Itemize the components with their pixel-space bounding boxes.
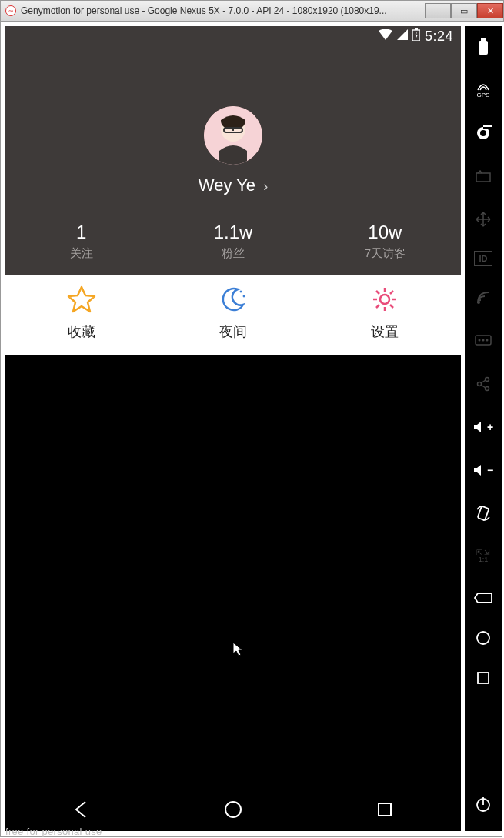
- window-maximize-button[interactable]: ▭: [451, 3, 477, 18]
- gear-icon: [369, 284, 400, 315]
- sidebar-battery-button[interactable]: [472, 35, 495, 58]
- stat-label: 粉丝: [157, 246, 309, 261]
- sidebar-camera-button[interactable]: [472, 122, 495, 145]
- svg-point-30: [478, 382, 482, 386]
- action-label: 设置: [309, 322, 461, 341]
- svg-point-6: [380, 295, 389, 304]
- stat-value: 1.1w: [157, 222, 309, 243]
- username-row[interactable]: Wey Ye ›: [5, 175, 461, 195]
- action-label: 夜间: [157, 322, 309, 341]
- sidebar-identifier-button[interactable]: ID: [474, 251, 492, 266]
- svg-point-15: [225, 802, 241, 817]
- svg-point-24: [477, 301, 480, 304]
- sidebar-volume-up-button[interactable]: +: [472, 416, 495, 439]
- svg-line-32: [481, 380, 486, 383]
- svg-point-27: [482, 339, 485, 342]
- svg-point-35: [477, 632, 489, 644]
- window-title: Genymotion for personal use - Google Nex…: [21, 5, 425, 16]
- svg-rect-1: [415, 28, 418, 30]
- android-statusbar: 5:24: [5, 26, 461, 46]
- profile-header: Wey Ye › 1 关注 1.1w 粉丝 10w 7天访客: [5, 46, 461, 275]
- svg-rect-16: [379, 803, 391, 816]
- sidebar-home-button[interactable]: [472, 628, 495, 648]
- stat-fans[interactable]: 1.1w 粉丝: [157, 222, 309, 261]
- battery-charging-icon: [412, 28, 420, 44]
- svg-point-31: [486, 387, 489, 391]
- actions-row: 收藏 夜间 设置: [5, 275, 461, 355]
- window-close-button[interactable]: ✕: [477, 3, 503, 18]
- stat-value: 10w: [309, 222, 461, 243]
- username-text: Wey Ye: [199, 175, 255, 195]
- wifi-icon: [379, 29, 392, 43]
- stat-label: 关注: [5, 246, 157, 261]
- svg-point-28: [486, 339, 489, 342]
- stat-visitors[interactable]: 10w 7天访客: [309, 222, 461, 261]
- gps-label: GPS: [477, 92, 490, 98]
- sidebar-sms-button[interactable]: [472, 329, 495, 352]
- watermark-text: free for personal use: [5, 826, 102, 837]
- nav-recents-button[interactable]: [354, 794, 416, 825]
- stat-label: 7天访客: [309, 246, 461, 261]
- svg-rect-18: [481, 38, 486, 41]
- status-time: 5:24: [425, 28, 453, 45]
- android-navbar: [5, 788, 461, 831]
- window-titlebar: ∞ Genymotion for personal use - Google N…: [0, 0, 504, 22]
- sidebar-recents-button[interactable]: [472, 668, 495, 688]
- svg-point-26: [479, 339, 481, 342]
- action-favorites[interactable]: 收藏: [5, 284, 157, 341]
- avatar[interactable]: [204, 106, 262, 165]
- svg-line-13: [390, 291, 393, 294]
- sidebar-move-button[interactable]: [472, 208, 495, 231]
- sidebar-gps-button[interactable]: GPS: [472, 78, 495, 102]
- svg-rect-34: [478, 506, 489, 520]
- star-icon: [66, 284, 97, 315]
- sidebar-volume-down-button[interactable]: −: [472, 459, 495, 482]
- sidebar-back-button[interactable]: [472, 588, 495, 608]
- svg-rect-17: [479, 41, 488, 55]
- svg-line-33: [481, 385, 486, 388]
- cursor-icon: [232, 642, 245, 660]
- nav-home-button[interactable]: [202, 794, 264, 825]
- app-logo-icon: ∞: [5, 5, 16, 16]
- svg-rect-22: [483, 125, 492, 127]
- sidebar-rotate-button[interactable]: [472, 502, 495, 525]
- svg-rect-36: [478, 673, 489, 683]
- stats-row: 1 关注 1.1w 粉丝 10w 7天访客: [5, 222, 461, 275]
- svg-point-29: [486, 378, 489, 382]
- stat-value: 1: [5, 222, 157, 243]
- device-screen: 5:24 Wey Ye › 1 关注 1.1w 粉丝 10: [5, 26, 461, 831]
- chevron-right-icon: ›: [263, 179, 268, 194]
- svg-line-11: [376, 291, 379, 294]
- svg-line-12: [390, 305, 393, 308]
- stat-following[interactable]: 1 关注: [5, 222, 157, 261]
- action-settings[interactable]: 设置: [309, 284, 461, 341]
- svg-point-20: [480, 130, 486, 136]
- sidebar-network-button[interactable]: [472, 286, 495, 309]
- sidebar-share-button[interactable]: [472, 372, 495, 396]
- action-night-mode[interactable]: 夜间: [157, 284, 309, 341]
- action-label: 收藏: [5, 322, 157, 341]
- sidebar-pixel-ratio-button[interactable]: ⇱ ⇲1:1: [472, 545, 495, 568]
- nav-back-button[interactable]: [51, 794, 112, 825]
- emulator-sidebar: GPS ID + − ⇱ ⇲1:1: [465, 26, 502, 831]
- cell-signal-icon: [397, 29, 408, 43]
- sidebar-remote-button[interactable]: [472, 165, 495, 188]
- svg-rect-23: [476, 173, 490, 182]
- sidebar-power-button[interactable]: [472, 793, 495, 816]
- svg-line-14: [376, 305, 379, 308]
- emulator-frame: 5:24 Wey Ye › 1 关注 1.1w 粉丝 10: [0, 22, 502, 837]
- moon-icon: [218, 284, 249, 315]
- window-minimize-button[interactable]: —: [425, 3, 451, 18]
